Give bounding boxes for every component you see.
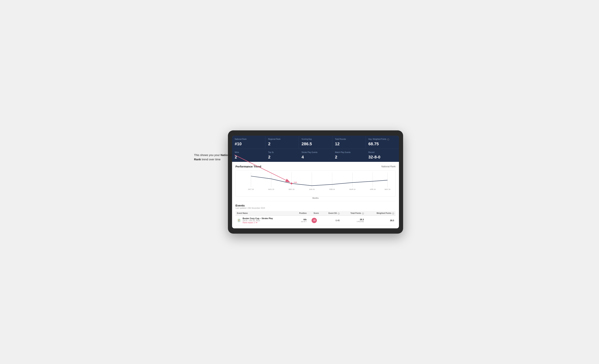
total-points-value: 28.3 3 Rounds — [341, 215, 365, 225]
col-score: Score — [308, 211, 320, 215]
stat-avg-weighted: Avg. Weighted Points i 68.75 — [366, 136, 399, 149]
info-icon-event-sg: i — [338, 213, 340, 214]
x-label-feb24: FEB 24 — [329, 188, 335, 190]
stat-scoring-avg-value: 286.5 — [302, 142, 329, 146]
total-points-sub: 3 Rounds — [343, 221, 364, 222]
position-value: 6th — [294, 218, 307, 221]
annotation-text-part2: trend over time — [201, 158, 220, 161]
stat-avg-weighted-label: Avg. Weighted Points i — [369, 138, 396, 140]
x-label-dec23: DEC 23 — [289, 188, 294, 190]
stat-top3s-value: 2 — [268, 155, 296, 160]
col-total-points: Total Points i — [341, 211, 365, 215]
stat-record: Record 32-8-0 — [366, 149, 399, 162]
event-name-cell: 🏌 Buster Cozy Cup – Stroke Play Oct 9 – … — [236, 215, 293, 225]
event-title: Buster Cozy Cup – Stroke Play — [243, 217, 273, 220]
content-area: Performance Trend National Rank — [232, 162, 399, 228]
stat-record-value: 32-8-0 — [369, 155, 396, 160]
event-score: -22 — [308, 215, 320, 225]
stats-section: National Rank #10 Regional Rank 2 Scorin… — [232, 136, 399, 162]
chart-datapoint-label: #10 — [294, 181, 297, 183]
table-row: 🏌 Buster Cozy Cup – Stroke Play Oct 9 – … — [236, 215, 396, 225]
event-icon: 🏌 — [237, 218, 241, 222]
rank-impact-arrow: ▼ — [256, 222, 258, 224]
stat-regional-rank-label: Regional Rank — [268, 138, 296, 140]
stat-scoring-avg-label: Scoring Avg. — [302, 138, 329, 140]
x-label-may24: MAY 24 — [385, 188, 390, 190]
stat-top3s: Top 3s 2 — [265, 149, 299, 162]
x-label-nov23: NOV 23 — [268, 188, 274, 190]
info-icon-total-points: i — [362, 213, 364, 214]
events-last-updated: Last updated: 24th November 2023 — [236, 207, 396, 209]
stat-total-rounds-value: 12 — [335, 142, 363, 146]
stat-match-play-label: Match Play Events — [335, 151, 363, 153]
weighted-points-number: 28.3 — [390, 219, 394, 222]
stat-regional-rank: Regional Rank 2 — [265, 136, 299, 149]
stat-stroke-play-value: 4 — [302, 155, 329, 160]
stats-row-1: National Rank #10 Regional Rank 2 Scorin… — [232, 136, 399, 149]
events-title: Events — [236, 204, 396, 207]
col-event-sg: Event SG i — [320, 211, 341, 215]
tablet-screen: National Rank #10 Regional Rank 2 Scorin… — [232, 136, 399, 228]
stat-scoring-avg: Scoring Avg. 286.5 — [299, 136, 332, 149]
stat-regional-rank-value: 2 — [268, 142, 296, 146]
stat-wins-value: 2 — [235, 155, 263, 160]
info-icon-avg-weighted: i — [387, 139, 389, 140]
rank-impact: Rank Impact: 3 ▼ — [243, 222, 273, 224]
chart-x-axis-label: Months — [236, 197, 396, 199]
col-position: Position — [293, 211, 308, 215]
performance-trend-header: Performance Trend National Rank — [236, 165, 396, 168]
stat-total-rounds-label: Total Rounds — [335, 138, 363, 140]
stat-match-play-value: 2 — [335, 155, 363, 160]
stat-wins-label: Wins — [235, 151, 263, 153]
events-table: Event Name Position Score Event SG i — [236, 211, 396, 225]
stat-national-rank-value: #10 — [235, 142, 263, 146]
x-label-jan24: JAN 24 — [309, 188, 315, 190]
annotation-text: This shows you your National Rank trend … — [194, 153, 234, 161]
total-points-number: 28.3 — [343, 218, 364, 221]
performance-chart: #10 OCT 23 NOV 23 DEC 23 JAN 24 FEB 24 M… — [236, 170, 396, 197]
x-label-apr24: APR 24 — [370, 188, 376, 190]
stat-record-label: Record — [369, 151, 396, 153]
events-section: Events Last updated: 24th November 2023 … — [236, 201, 396, 225]
stat-stroke-play-label: Stroke Play Events — [302, 151, 329, 153]
tablet-device: National Rank #10 Regional Rank 2 Scorin… — [228, 130, 403, 233]
stat-match-play: Match Play Events 2 — [332, 149, 365, 162]
stat-top3s-label: Top 3s — [268, 151, 296, 153]
performance-trend-section: Performance Trend National Rank — [236, 165, 396, 199]
weighted-points-value: 28.3 — [365, 215, 396, 225]
stat-avg-weighted-value: 68.75 — [369, 142, 396, 146]
event-date: Oct 9 – Oct 10, 2023 — [243, 220, 273, 222]
chart-datapoint — [291, 183, 292, 185]
event-name-details: Buster Cozy Cup – Stroke Play Oct 9 – Oc… — [243, 217, 273, 224]
stat-wins: Wins 2 — [232, 149, 265, 162]
score-badge: -22 — [312, 218, 317, 223]
stat-national-rank-label: National Rank — [235, 138, 263, 140]
x-label-oct23: OCT 23 — [248, 188, 254, 190]
position-sub: out of 7 — [294, 221, 307, 222]
chart-svg: #10 OCT 23 NOV 23 DEC 23 JAN 24 FEB 24 M… — [238, 172, 394, 191]
stats-row-2: Wins 2 Top 3s 2 Stroke Play Events 4 Mat… — [232, 149, 399, 162]
annotation-text-part1: This shows you your — [194, 153, 220, 157]
performance-trend-title: Performance Trend — [236, 165, 261, 168]
col-weighted-points: Weighted Points i — [365, 211, 396, 215]
col-event-name: Event Name — [236, 211, 293, 215]
event-position: 6th out of 7 — [293, 215, 308, 225]
x-label-mar24: MAR 24 — [349, 188, 355, 190]
event-sg-value: 0.45 — [320, 215, 341, 225]
stat-total-rounds: Total Rounds 12 — [332, 136, 365, 149]
performance-trend-label-right: National Rank — [381, 165, 396, 168]
stat-national-rank: National Rank #10 — [232, 136, 265, 149]
events-table-header-row: Event Name Position Score Event SG i — [236, 211, 396, 215]
info-icon-weighted-points: i — [392, 213, 394, 214]
stat-stroke-play: Stroke Play Events 4 — [299, 149, 332, 162]
